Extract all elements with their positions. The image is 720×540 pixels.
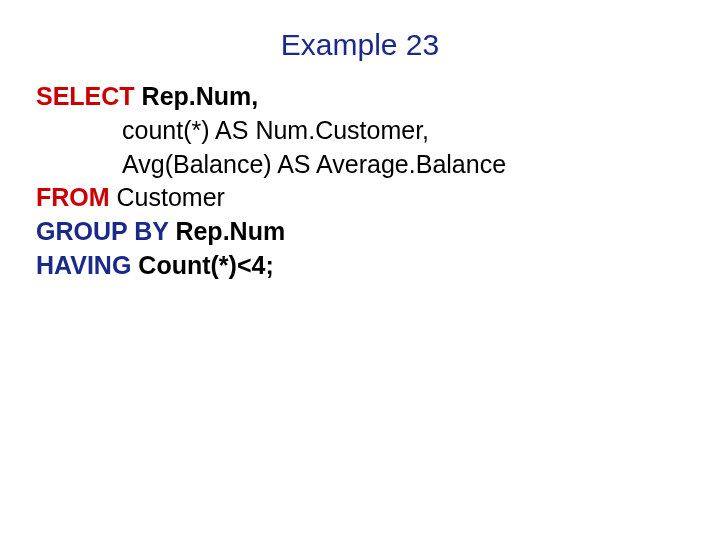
keyword-from: FROM xyxy=(36,183,110,211)
keyword-having: HAVING xyxy=(36,251,131,279)
code-line-6: HAVING Count(*)<4; xyxy=(36,249,720,283)
code-line-3: Avg(Balance) AS Average.Balance xyxy=(36,148,720,182)
code-line-5: GROUP BY Rep.Num xyxy=(36,215,720,249)
code-line-2: count(*) AS Num.Customer, xyxy=(36,114,720,148)
code-text: Count(*)<4; xyxy=(131,251,273,279)
keyword-group-by: GROUP BY xyxy=(36,217,168,245)
code-line-1: SELECT Rep.Num, xyxy=(36,80,720,114)
code-text: Rep.Num xyxy=(168,217,285,245)
slide-title: Example 23 xyxy=(0,0,720,80)
sql-code-block: SELECT Rep.Num, count(*) AS Num.Customer… xyxy=(0,80,720,283)
code-line-4: FROM Customer xyxy=(36,181,720,215)
code-text: Avg(Balance) AS Average.Balance xyxy=(122,150,506,178)
code-text: Rep.Num, xyxy=(135,82,259,110)
keyword-select: SELECT xyxy=(36,82,135,110)
code-text: count(*) AS Num.Customer, xyxy=(122,116,429,144)
code-text: Customer xyxy=(110,183,225,211)
